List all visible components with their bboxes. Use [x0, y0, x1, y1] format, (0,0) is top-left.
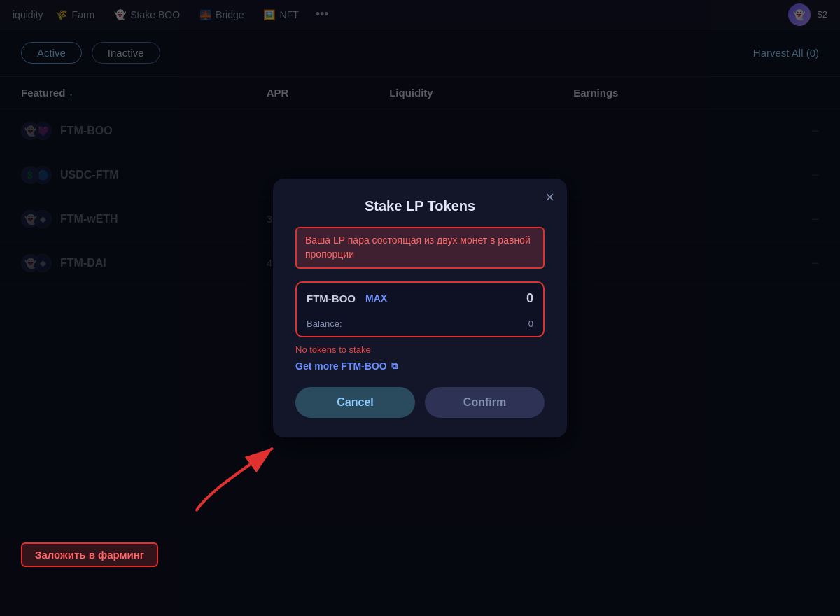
stake-pair-label: FTM-BOO: [307, 293, 356, 304]
get-more-link[interactable]: Get more FTM-BOO ⧉: [295, 360, 545, 372]
stake-input-top: FTM-BOO MAX 0: [297, 283, 543, 314]
balance-label: Balance:: [307, 318, 342, 329]
modal-annotation-box: Ваша LP пара состоящая из двух монет в р…: [295, 227, 545, 268]
get-more-label: Get more FTM-BOO: [295, 360, 387, 372]
modal-title: Stake LP Tokens: [295, 198, 545, 214]
stake-amount-value: 0: [526, 291, 533, 306]
stake-input-wrapper: FTM-BOO MAX 0 Balance: 0: [295, 281, 545, 337]
no-tokens-message: No tokens to stake: [295, 344, 545, 355]
balance-value: 0: [528, 318, 533, 329]
external-link-icon: ⧉: [391, 360, 398, 372]
stake-max-button[interactable]: MAX: [365, 293, 387, 304]
modal-overlay: Stake LP Tokens × Ваша LP пара состоящая…: [0, 0, 840, 616]
modal-close-button[interactable]: ×: [545, 190, 554, 205]
cancel-button[interactable]: Cancel: [295, 387, 415, 418]
modal-buttons: Cancel Confirm: [295, 387, 545, 418]
confirm-button[interactable]: Confirm: [425, 387, 545, 418]
stake-lp-modal: Stake LP Tokens × Ваша LP пара состоящая…: [273, 178, 567, 437]
stake-balance-row: Balance: 0: [297, 314, 543, 336]
